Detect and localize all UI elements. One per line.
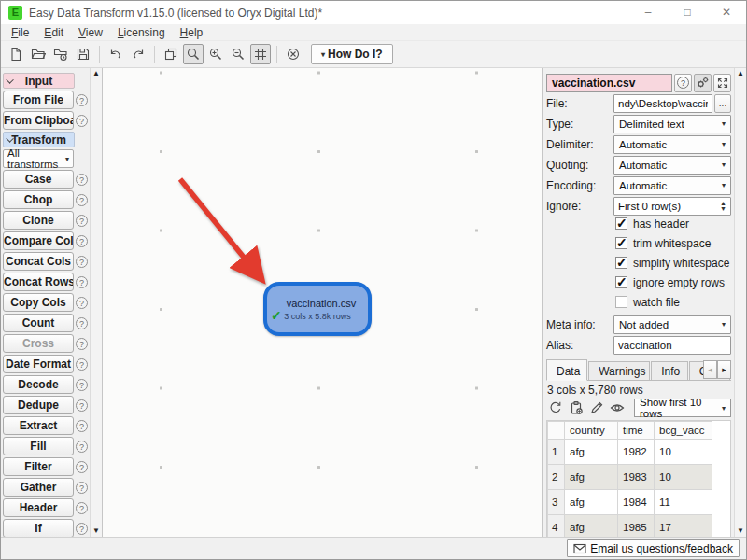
- transform-filter-dropdown[interactable]: All transforms▾: [3, 149, 74, 168]
- help-icon[interactable]: ?: [76, 399, 88, 412]
- help-icon[interactable]: ?: [76, 338, 88, 350]
- column-header[interactable]: bcg_vacc: [655, 422, 712, 440]
- transform-chop-button[interactable]: Chop: [3, 190, 74, 209]
- duplicate-icon[interactable]: [161, 44, 181, 64]
- transform-case-button[interactable]: Case: [3, 170, 74, 189]
- help-icon[interactable]: ?: [76, 441, 88, 453]
- transform-decode-button[interactable]: Decode: [3, 375, 74, 394]
- help-icon[interactable]: ?: [76, 235, 88, 247]
- help-icon[interactable]: ?: [76, 379, 88, 391]
- edit-pencil-icon[interactable]: [587, 399, 606, 417]
- transform-header-button[interactable]: Header: [3, 498, 74, 517]
- minimize-button[interactable]: –: [628, 1, 668, 24]
- transform-dedupe-button[interactable]: Dedupe: [3, 396, 74, 414]
- grid-toggle-icon[interactable]: [250, 44, 271, 64]
- undo-icon[interactable]: [106, 44, 126, 64]
- help-icon[interactable]: ?: [76, 523, 88, 535]
- quoting-dropdown[interactable]: Automatic▾: [613, 156, 731, 175]
- table-row[interactable]: 1 afg 1982 10: [548, 440, 712, 465]
- settings-gear-icon[interactable]: [694, 74, 712, 92]
- transform-count-button[interactable]: Count: [3, 314, 74, 332]
- column-header[interactable]: country: [565, 422, 618, 440]
- redo-icon[interactable]: [128, 44, 148, 64]
- transform-extract-button[interactable]: Extract: [3, 416, 74, 435]
- transform-copy-cols-button[interactable]: Copy Cols: [3, 293, 74, 312]
- menu-view[interactable]: View: [71, 26, 110, 39]
- watch-file-checkbox[interactable]: watch file: [615, 295, 731, 309]
- transform-concat-rows-button[interactable]: Concat Rows: [3, 273, 74, 291]
- tab-data[interactable]: Data: [546, 359, 587, 381]
- help-icon[interactable]: ?: [76, 297, 88, 309]
- ignore-rows-spinner[interactable]: First 0 row(s)▲▼: [613, 197, 731, 216]
- type-dropdown[interactable]: Delimited text▾: [613, 115, 731, 133]
- sidebar-scrollbar[interactable]: ▲ ▼: [90, 68, 102, 537]
- help-icon[interactable]: ?: [76, 174, 88, 186]
- help-icon[interactable]: ?: [76, 420, 88, 432]
- column-header[interactable]: time: [618, 422, 655, 440]
- transform-concat-cols-button[interactable]: Concat Cols: [3, 252, 74, 271]
- ignore-empty-rows-checkbox[interactable]: ignore empty rows: [615, 275, 731, 289]
- scroll-up-icon[interactable]: ▲: [737, 68, 744, 79]
- help-icon[interactable]: ?: [76, 358, 88, 371]
- help-icon[interactable]: ?: [76, 461, 88, 473]
- encoding-dropdown[interactable]: Automatic▾: [613, 176, 731, 195]
- alias-input[interactable]: [613, 336, 731, 355]
- cancel-icon[interactable]: [283, 44, 303, 64]
- refresh-icon[interactable]: [546, 399, 565, 417]
- menu-file[interactable]: File: [4, 26, 36, 39]
- help-icon[interactable]: ?: [674, 74, 692, 92]
- scroll-up-icon[interactable]: ▲: [92, 68, 100, 79]
- zoom-in-icon[interactable]: [205, 44, 226, 64]
- input-section-header[interactable]: Input: [3, 73, 75, 89]
- spin-down-icon[interactable]: ▼: [720, 206, 726, 212]
- new-file-icon[interactable]: [6, 44, 26, 64]
- preview-eye-icon[interactable]: [608, 399, 627, 417]
- transform-filter-button[interactable]: Filter: [3, 457, 74, 476]
- table-row[interactable]: 3 afg 1984 11: [548, 490, 712, 515]
- transform-date-format-button[interactable]: Date Format: [3, 355, 74, 373]
- help-icon[interactable]: ?: [76, 276, 88, 288]
- file-path-input[interactable]: [613, 94, 712, 113]
- zoom-out-icon[interactable]: [228, 44, 248, 64]
- scroll-down-icon[interactable]: ▼: [737, 525, 744, 537]
- maximize-button[interactable]: □: [668, 1, 707, 24]
- delimiter-dropdown[interactable]: Automatic▾: [613, 135, 731, 154]
- pan-zoom-icon[interactable]: [183, 44, 204, 64]
- menu-edit[interactable]: Edit: [36, 26, 71, 39]
- transform-fill-button[interactable]: Fill: [3, 437, 74, 455]
- help-icon[interactable]: ?: [76, 194, 88, 206]
- open-recent-icon[interactable]: [50, 44, 71, 64]
- show-rows-dropdown[interactable]: Show first 10 rows▾: [634, 399, 731, 417]
- save-icon[interactable]: [73, 44, 93, 64]
- item-name-field[interactable]: vaccination.csv: [546, 74, 672, 92]
- menu-licensing[interactable]: Licensing: [110, 26, 173, 39]
- tab-scroll-left-icon[interactable]: ◂: [703, 360, 717, 379]
- browse-button[interactable]: ...: [714, 94, 731, 113]
- transform-if-button[interactable]: If: [3, 519, 74, 537]
- transform-compare-cols-button[interactable]: Compare Cols: [3, 231, 74, 250]
- help-icon[interactable]: ?: [76, 256, 88, 268]
- transform-gather-button[interactable]: Gather: [3, 478, 74, 497]
- open-file-icon[interactable]: [28, 44, 49, 64]
- email-feedback-button[interactable]: Email us questions/feedback: [567, 539, 740, 557]
- help-icon[interactable]: ?: [76, 502, 88, 514]
- tab-scroll-right-icon[interactable]: ▸: [717, 360, 731, 379]
- help-icon[interactable]: ?: [76, 94, 88, 106]
- tab-info[interactable]: Info: [651, 361, 688, 380]
- help-icon[interactable]: ?: [76, 115, 88, 127]
- inspector-scrollbar[interactable]: ▲ ▼: [734, 68, 746, 537]
- from-clipboard-button[interactable]: From Clipboard: [3, 111, 74, 130]
- transform-section-header[interactable]: Transform: [3, 132, 75, 147]
- close-button[interactable]: ✕: [707, 1, 746, 24]
- help-icon[interactable]: ?: [76, 215, 88, 227]
- canvas[interactable]: ✓ vaccination.csv 3 cols x 5.8k rows: [103, 68, 543, 537]
- scroll-down-icon[interactable]: ▼: [92, 525, 100, 537]
- table-row[interactable]: 4 afg 1985 17: [548, 515, 712, 538]
- help-icon[interactable]: ?: [76, 482, 88, 494]
- expand-icon[interactable]: [713, 74, 731, 92]
- copy-clipboard-icon[interactable]: [567, 399, 585, 417]
- trim-whitespace-checkbox[interactable]: trim whitespace: [615, 236, 731, 250]
- node-vaccination-csv[interactable]: ✓ vaccination.csv 3 cols x 5.8k rows: [263, 282, 372, 336]
- transform-clone-button[interactable]: Clone: [3, 211, 74, 230]
- help-icon[interactable]: ?: [76, 317, 88, 329]
